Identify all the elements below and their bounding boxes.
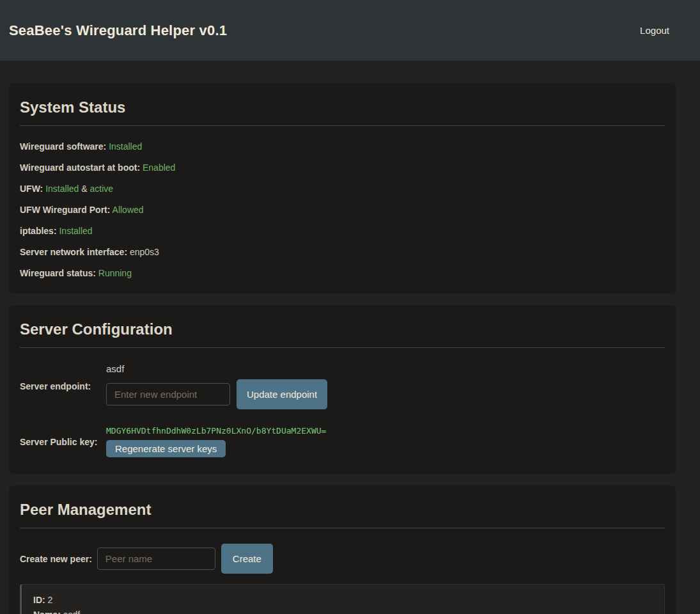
peer-name-line: Name: asdf xyxy=(33,610,653,614)
server-endpoint-content: asdf Update endpoint xyxy=(106,363,327,409)
status-label: Server network interface: xyxy=(20,247,127,257)
app-title: SeaBee's Wireguard Helper v0.1 xyxy=(9,22,227,39)
status-row-wireguard-status: Wireguard status: Running xyxy=(20,268,665,278)
status-separator: & xyxy=(81,184,87,194)
divider xyxy=(20,528,665,528)
create-peer-row: Create new peer: Create xyxy=(20,544,665,574)
endpoint-form: Update endpoint xyxy=(106,379,327,409)
server-endpoint-row: Server endpoint: asdf Update endpoint xyxy=(20,363,665,409)
status-value: Installed xyxy=(59,226,92,236)
divider xyxy=(20,347,665,348)
peer-name-label: Name: xyxy=(33,610,61,614)
server-public-key-value: MDGY6HVDtfhnDdhW0zLb7PNz0LXnO/b8YtDUaM2E… xyxy=(106,426,326,436)
server-public-key-content: MDGY6HVDtfhnDdhW0zLb7PNz0LXnO/b8YtDUaM2E… xyxy=(106,426,326,457)
status-row-iptables: iptables: Installed xyxy=(20,226,665,236)
system-status-card: System Status Wireguard software: Instal… xyxy=(9,83,676,294)
status-row-ufw: UFW: Installed & active xyxy=(20,184,665,194)
endpoint-input[interactable] xyxy=(106,383,230,405)
server-endpoint-current-value: asdf xyxy=(106,363,327,374)
peer-item: ID: 2 Name: asdf Public Key: ckyOHj5Bk87… xyxy=(20,584,665,614)
create-peer-button[interactable]: Create xyxy=(221,544,273,574)
status-value: Allowed xyxy=(113,205,144,215)
peer-name-value: asdf xyxy=(63,610,80,614)
server-public-key-row: Server Public key: MDGY6HVDtfhnDdhW0zLb7… xyxy=(20,426,665,457)
server-public-key-label: Server Public key: xyxy=(20,437,106,447)
status-label: iptables: xyxy=(20,226,57,236)
status-label: Wireguard status: xyxy=(20,268,96,278)
status-value: Running xyxy=(98,268,132,278)
status-value: Enabled xyxy=(143,162,175,173)
update-endpoint-button[interactable]: Update endpoint xyxy=(237,379,327,409)
peer-name-input[interactable] xyxy=(97,547,215,570)
status-value-2: active xyxy=(89,184,113,194)
server-configuration-title: Server Configuration xyxy=(20,320,665,338)
status-value: Installed xyxy=(109,141,142,152)
peer-id-label: ID: xyxy=(33,595,45,605)
app-header: SeaBee's Wireguard Helper v0.1 Logout xyxy=(0,0,700,61)
status-row-wireguard-autostart: Wireguard autostart at boot: Enabled xyxy=(20,162,665,173)
status-row-wireguard-software: Wireguard software: Installed xyxy=(20,141,665,152)
server-endpoint-label: Server endpoint: xyxy=(20,381,106,391)
peer-id-value: 2 xyxy=(48,595,53,605)
system-status-title: System Status xyxy=(20,98,665,116)
peer-management-title: Peer Management xyxy=(20,501,665,519)
create-peer-label: Create new peer: xyxy=(20,554,92,564)
status-row-network-interface: Server network interface: enp0s3 xyxy=(20,247,665,257)
status-value: Installed xyxy=(45,184,79,194)
peer-management-card: Peer Management Create new peer: Create … xyxy=(9,485,676,614)
peer-id-line: ID: 2 xyxy=(33,595,653,605)
status-label: Wireguard software: xyxy=(20,141,106,152)
divider xyxy=(20,125,665,126)
status-label: UFW Wireguard Port: xyxy=(20,205,110,215)
main-content: System Status Wireguard software: Instal… xyxy=(0,61,700,614)
status-value: enp0s3 xyxy=(130,247,159,257)
regenerate-server-keys-button[interactable]: Regenerate server keys xyxy=(106,440,226,457)
status-label: Wireguard autostart at boot: xyxy=(20,162,140,173)
logout-link[interactable]: Logout xyxy=(640,25,669,36)
status-row-ufw-wireguard-port: UFW Wireguard Port: Allowed xyxy=(20,205,665,215)
status-label: UFW: xyxy=(20,184,43,194)
server-configuration-card: Server Configuration Server endpoint: as… xyxy=(9,305,676,474)
